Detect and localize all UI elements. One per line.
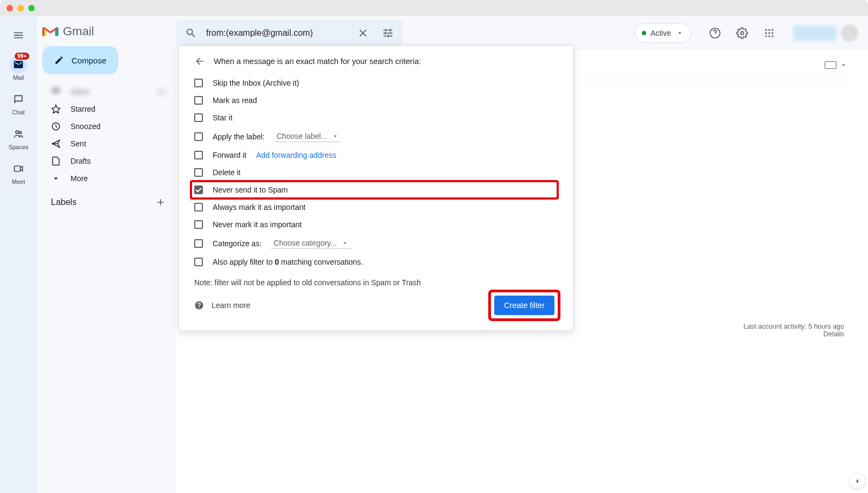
checkbox[interactable]: [194, 113, 203, 122]
help-button[interactable]: [704, 22, 726, 44]
rail-mail[interactable]: 99+ Mail: [10, 56, 27, 81]
sidebar-snoozed-label: Snoozed: [71, 122, 100, 131]
sidebar-starred[interactable]: Starred: [37, 100, 176, 118]
labels-header: Labels: [37, 187, 176, 212]
sidebar-more[interactable]: More: [37, 170, 176, 187]
settings-button[interactable]: [731, 22, 753, 44]
checkbox[interactable]: [194, 168, 203, 177]
maximize-window-button[interactable]: [28, 5, 35, 11]
close-icon: [357, 27, 369, 39]
plus-icon[interactable]: [155, 197, 166, 208]
arrow-left-icon: [194, 56, 205, 67]
search-input[interactable]: [206, 28, 348, 38]
account-activity-text: Last account activity: 5 hours ago: [743, 323, 844, 330]
svg-point-12: [765, 35, 767, 37]
filter-apply-label[interactable]: Apply the label: Choose label...: [194, 126, 558, 146]
account-area[interactable]: [793, 24, 858, 42]
apps-button[interactable]: [758, 22, 780, 44]
mail-icon: [13, 59, 24, 70]
checkbox[interactable]: [194, 96, 203, 105]
svg-point-1: [19, 131, 21, 133]
filter-never-important[interactable]: Never mark it as important: [194, 216, 558, 233]
close-window-button[interactable]: [7, 5, 13, 11]
checkbox[interactable]: [194, 132, 203, 141]
sidebar-drafts-label: Drafts: [71, 157, 91, 165]
svg-point-6: [765, 29, 767, 31]
checkbox[interactable]: [194, 258, 203, 266]
mail-badge: 99+: [15, 53, 29, 60]
rail-spaces[interactable]: Spaces: [9, 125, 29, 150]
search-button[interactable]: [181, 23, 201, 43]
svg-point-5: [741, 31, 744, 35]
chevron-down-icon: [331, 132, 339, 140]
compose-button[interactable]: Compose: [42, 46, 118, 74]
status-label: Active: [650, 29, 671, 37]
main-menu-button[interactable]: [8, 24, 29, 46]
gmail-logo[interactable]: Gmail: [37, 21, 176, 46]
chat-icon: [13, 94, 24, 105]
svg-point-13: [768, 35, 770, 37]
gear-icon: [736, 27, 748, 39]
filter-categorize-as[interactable]: Categorize as: Choose category...: [194, 233, 558, 253]
send-icon: [51, 139, 61, 149]
account-avatar[interactable]: [841, 24, 858, 42]
filter-forward-it[interactable]: Forward it Add forwarding address: [194, 146, 558, 164]
svg-point-7: [768, 29, 770, 31]
svg-point-11: [771, 32, 773, 34]
sidebar-drafts[interactable]: Drafts: [37, 152, 176, 170]
workspace-logo: [793, 25, 837, 41]
show-side-panel-button[interactable]: [850, 473, 865, 489]
search-options-button[interactable]: [378, 23, 398, 43]
filter-skip-inbox[interactable]: Skip the Inbox (Archive it): [194, 74, 558, 92]
filter-title: When a message is an exact match for you…: [214, 57, 421, 66]
chevron-down-icon: [341, 239, 349, 247]
file-icon: [51, 156, 61, 166]
app-rail: 99+ Mail Chat Spaces Meet: [0, 16, 37, 493]
search-icon: [185, 27, 197, 39]
filter-panel: When a message is an exact match for you…: [178, 46, 573, 331]
input-method-button[interactable]: [825, 61, 847, 69]
window-titlebar: [0, 0, 868, 16]
rail-meet-label: Meet: [12, 178, 25, 185]
tune-icon: [382, 27, 394, 39]
choose-label-dropdown[interactable]: Choose label...: [275, 131, 341, 142]
svg-point-9: [765, 32, 767, 34]
sidebar-inbox[interactable]: Inbox99: [37, 83, 176, 100]
gmail-logo-text: Gmail: [63, 24, 94, 39]
create-filter-button[interactable]: Create filter: [494, 296, 554, 315]
sidebar-starred-label: Starred: [71, 105, 95, 113]
filter-also-apply[interactable]: Also apply filter to 0 matching conversa…: [194, 253, 558, 271]
star-icon: [51, 104, 61, 114]
checkbox[interactable]: [194, 151, 203, 159]
filter-never-spam[interactable]: Never send it to Spam: [191, 181, 558, 199]
sidebar-sent[interactable]: Sent: [37, 135, 176, 152]
rail-meet[interactable]: Meet: [10, 160, 27, 185]
filter-star-it[interactable]: Star it: [194, 109, 558, 126]
compose-label: Compose: [72, 56, 106, 65]
filter-delete-it[interactable]: Delete it: [194, 164, 558, 181]
svg-point-8: [771, 29, 773, 31]
checkbox[interactable]: [194, 239, 203, 248]
checkbox[interactable]: [194, 79, 203, 87]
help-filled-icon: [194, 300, 204, 310]
checkbox[interactable]: [194, 203, 203, 212]
status-chip[interactable]: Active: [635, 23, 691, 43]
checkbox-checked[interactable]: [194, 185, 203, 194]
back-button[interactable]: [194, 56, 205, 67]
filter-mark-read[interactable]: Mark as read: [194, 92, 558, 109]
checkbox[interactable]: [194, 220, 203, 229]
filter-always-important[interactable]: Always mark it as important: [194, 199, 558, 216]
chevron-left-icon: [853, 477, 861, 485]
clear-search-button[interactable]: [353, 23, 373, 43]
minimize-window-button[interactable]: [17, 5, 24, 11]
rail-chat[interactable]: Chat: [10, 91, 27, 116]
svg-point-14: [771, 35, 773, 37]
chevron-down-icon: [840, 61, 847, 69]
details-link[interactable]: Details: [824, 330, 844, 338]
add-forwarding-link[interactable]: Add forwarding address: [256, 151, 336, 159]
learn-more-link[interactable]: Learn more: [194, 300, 251, 310]
rail-chat-label: Chat: [12, 109, 24, 116]
sidebar-snoozed[interactable]: Snoozed: [37, 118, 176, 135]
choose-category-dropdown[interactable]: Choose category...: [271, 238, 350, 249]
sidebar: Gmail Compose Inbox99 Starred Snoozed Se…: [37, 16, 176, 493]
